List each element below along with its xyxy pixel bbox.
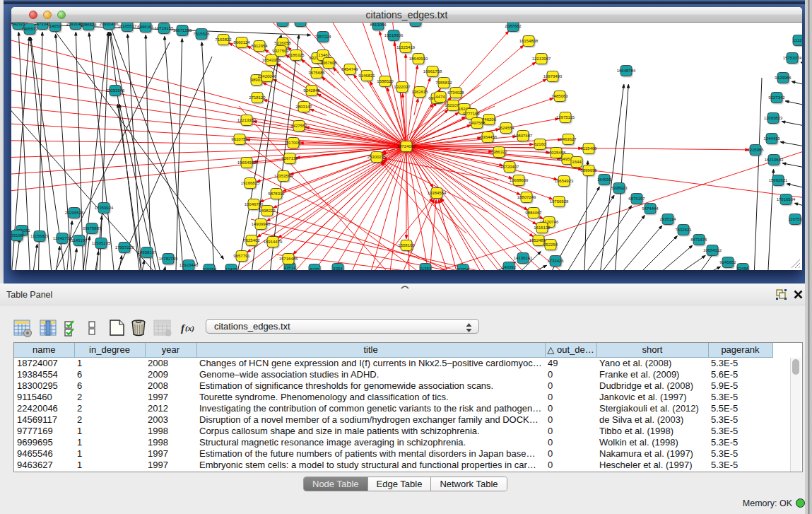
svg-text:5938923: 5938923 <box>611 186 628 190</box>
svg-text:8471676: 8471676 <box>690 238 707 242</box>
svg-text:1558106: 1558106 <box>398 243 415 247</box>
svg-text:12213967: 12213967 <box>532 57 551 61</box>
svg-text:7955812: 7955812 <box>435 81 452 85</box>
svg-text:19654982: 19654982 <box>237 160 257 165</box>
svg-text:22420046: 22420046 <box>258 74 277 78</box>
svg-text:11325419: 11325419 <box>396 45 416 49</box>
svg-text:7515526: 7515526 <box>193 32 210 36</box>
svg-text:8454749: 8454749 <box>341 67 358 71</box>
svg-text:7632621: 7632621 <box>675 228 692 232</box>
svg-text:20931406: 20931406 <box>100 23 119 26</box>
svg-text:10654112: 10654112 <box>703 248 722 252</box>
svg-text:8912954: 8912954 <box>251 44 268 48</box>
svg-text:164095: 164095 <box>597 177 612 182</box>
svg-text:12975115: 12975115 <box>556 115 575 119</box>
svg-text:9884067: 9884067 <box>525 211 542 215</box>
svg-text:16782759: 16782759 <box>159 257 178 261</box>
svg-text:19756928: 19756928 <box>550 199 569 204</box>
svg-text:43514: 43514 <box>284 266 296 270</box>
svg-text:1322037: 1322037 <box>394 85 411 89</box>
svg-text:1244419: 1244419 <box>763 136 780 141</box>
svg-text:1615132: 1615132 <box>534 226 551 230</box>
svg-text:19218906: 19218906 <box>384 33 404 37</box>
svg-text:8235: 8235 <box>310 267 319 270</box>
svg-text:5878312: 5878312 <box>268 192 285 196</box>
svg-text:109384: 109384 <box>202 267 217 270</box>
svg-text:14053: 14053 <box>49 24 61 28</box>
svg-text:1362615: 1362615 <box>411 90 428 94</box>
svg-text:16033: 16033 <box>277 23 289 23</box>
svg-text:1644: 1644 <box>572 160 582 164</box>
svg-text:39975887: 39975887 <box>83 226 102 230</box>
svg-text:19384554: 19384554 <box>428 191 447 195</box>
svg-text:10688609: 10688609 <box>510 178 529 182</box>
svg-text:1546: 1546 <box>318 53 328 57</box>
svg-text:1588520: 1588520 <box>377 79 394 83</box>
svg-text:16914479: 16914479 <box>264 240 283 244</box>
svg-text:12342717: 12342717 <box>53 236 72 240</box>
svg-text:10719155: 10719155 <box>155 26 174 30</box>
svg-text:6734028: 6734028 <box>447 90 464 95</box>
svg-text:10046780: 10046780 <box>245 202 264 206</box>
svg-text:14136141: 14136141 <box>514 256 533 260</box>
svg-text:9242848: 9242848 <box>303 88 320 93</box>
svg-text:9327503: 9327503 <box>272 49 289 53</box>
svg-text:16961758: 16961758 <box>423 69 442 74</box>
svg-text:9129966: 9129966 <box>775 76 792 80</box>
svg-text:4474: 4474 <box>435 95 445 99</box>
svg-text:9463627: 9463627 <box>560 137 577 141</box>
svg-text:19166825: 19166825 <box>241 181 260 185</box>
svg-text:12353594: 12353594 <box>274 174 293 178</box>
svg-text:39198: 39198 <box>11 233 23 238</box>
svg-text:9657791: 9657791 <box>233 254 250 258</box>
svg-text:11123: 11123 <box>793 38 802 42</box>
svg-text:6466161: 6466161 <box>137 25 154 29</box>
svg-text:15716485: 15716485 <box>279 257 298 261</box>
svg-text:15720407: 15720407 <box>500 165 519 169</box>
svg-text:16210643: 16210643 <box>765 158 784 162</box>
svg-text:1145197: 1145197 <box>71 238 88 243</box>
svg-text:6497568: 6497568 <box>469 121 486 125</box>
svg-text:16648784: 16648784 <box>617 69 636 73</box>
svg-text:10671355: 10671355 <box>173 28 192 33</box>
svg-text:12505135: 12505135 <box>92 241 111 245</box>
svg-text:7163822: 7163822 <box>215 37 232 42</box>
svg-text:12213382: 12213382 <box>237 118 257 122</box>
svg-text:11156823: 11156823 <box>30 234 49 238</box>
svg-text:12093823: 12093823 <box>764 116 783 120</box>
svg-text:7485063: 7485063 <box>551 94 568 98</box>
svg-text:15692921: 15692921 <box>769 178 788 182</box>
svg-text:140392: 140392 <box>502 265 517 269</box>
svg-text:18640910: 18640910 <box>409 57 428 61</box>
svg-text:20364456: 20364456 <box>478 135 498 139</box>
svg-text:2718120: 2718120 <box>249 95 266 100</box>
svg-text:12435: 12435 <box>225 267 237 270</box>
svg-text:25053346: 25053346 <box>106 88 125 93</box>
svg-text:16105517: 16105517 <box>118 24 137 28</box>
svg-text:7357224: 7357224 <box>314 35 331 39</box>
svg-text:2087682: 2087682 <box>505 24 522 28</box>
svg-text:3624554: 3624554 <box>498 126 514 130</box>
svg-text:1405572: 1405572 <box>21 27 38 31</box>
svg-text:18807249: 18807249 <box>517 195 536 199</box>
svg-text:9610755: 9610755 <box>231 137 248 141</box>
svg-text:20206526: 20206526 <box>65 211 84 215</box>
svg-text:17016504: 17016504 <box>777 197 796 201</box>
svg-text:9777169: 9777169 <box>463 112 480 116</box>
svg-text:25300275: 25300275 <box>367 155 387 159</box>
svg-text:21353: 21353 <box>420 267 432 270</box>
svg-text:16543362: 16543362 <box>262 58 281 62</box>
svg-text:62160: 62160 <box>534 142 546 146</box>
svg-text:16154808: 16154808 <box>519 39 539 43</box>
svg-text:7386322: 7386322 <box>490 150 507 154</box>
svg-text:15751074: 15751074 <box>783 56 802 60</box>
svg-text:3675685: 3675685 <box>308 71 325 75</box>
svg-text:3215955: 3215955 <box>747 148 764 152</box>
svg-text:20354: 20354 <box>457 267 469 270</box>
svg-text:8813054: 8813054 <box>370 23 387 27</box>
svg-text:6879197: 6879197 <box>628 197 645 201</box>
svg-text:18724007: 18724007 <box>397 144 416 148</box>
svg-text:19654923: 19654923 <box>555 179 574 183</box>
svg-text:12923446: 12923446 <box>180 263 199 267</box>
svg-text:14958107: 14958107 <box>138 250 157 255</box>
